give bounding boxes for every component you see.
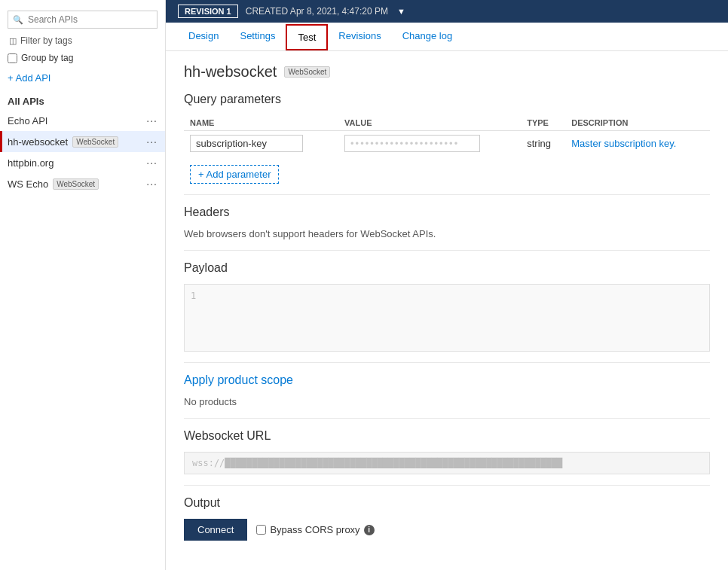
info-icon[interactable]: i — [364, 525, 375, 535]
api-badge: WebSocket — [284, 66, 330, 78]
echo-api-menu[interactable]: ··· — [146, 114, 158, 126]
revision-bar: REVISION 1 CREATED Apr 8, 2021, 4:47:20 … — [166, 0, 728, 23]
api-title: hh-websocket WebSocket — [184, 63, 710, 81]
tab-changelog[interactable]: Change log — [392, 23, 463, 50]
divider-2 — [184, 250, 710, 251]
payload-section: Payload 1 — [184, 261, 710, 352]
headers-note: Web browsers don't support headers for W… — [184, 228, 710, 239]
revision-created: CREATED Apr 8, 2021, 4:47:20 PM — [246, 6, 388, 17]
group-by-tag-label: Group by tag — [21, 53, 73, 63]
output-heading: Output — [184, 496, 710, 510]
httpbin-menu[interactable]: ··· — [146, 157, 158, 169]
divider-3 — [184, 362, 710, 363]
output-section: Output Connect Bypass CORS proxy i — [184, 496, 710, 541]
sidebar-item-httpbin[interactable]: httpbin.org ··· — [0, 152, 165, 173]
no-products-label: No products — [184, 396, 710, 407]
search-input[interactable] — [8, 11, 158, 29]
hh-websocket-name: hh-websocket WebSocket — [8, 136, 118, 148]
param-value-cell — [338, 131, 521, 157]
add-api-button[interactable]: + Add API — [8, 72, 158, 84]
param-name-input[interactable] — [190, 135, 303, 152]
revision-badge: REVISION 1 — [178, 5, 238, 18]
search-icon: 🔍 — [13, 15, 23, 25]
group-by-tag: Group by tag — [8, 53, 158, 63]
echo-api-name: Echo API — [8, 115, 47, 126]
all-apis-heading: All APIs — [8, 96, 158, 107]
payload-line-number: 1 — [191, 291, 196, 301]
headers-section: Headers Web browsers don't support heade… — [184, 206, 710, 239]
add-api-label: + Add API — [8, 72, 50, 84]
sidebar-item-hh-websocket[interactable]: hh-websocket WebSocket ··· — [0, 131, 165, 152]
ws-echo-name: WS Echo WebSocket — [8, 178, 99, 190]
websocket-url-section: Websocket URL wss://████████████████████… — [184, 429, 710, 474]
connect-button[interactable]: Connect — [184, 519, 247, 541]
main-panel: REVISION 1 CREATED Apr 8, 2021, 4:47:20 … — [166, 0, 728, 570]
param-value-input[interactable] — [344, 135, 480, 152]
ws-echo-badge: WebSocket — [53, 178, 99, 190]
col-value: VALUE — [338, 115, 521, 131]
tabs-bar: Design Settings Test Revisions Change lo… — [166, 23, 728, 51]
headers-heading: Headers — [184, 206, 710, 219]
websocket-url-value: wss://██████████████████████████████████… — [184, 452, 710, 474]
param-desc-cell: Master subscription key. — [565, 131, 710, 157]
param-name-cell — [184, 131, 338, 157]
revision-dropdown-icon[interactable]: ▼ — [397, 7, 405, 16]
table-row: string Master subscription key. — [184, 131, 710, 157]
payload-heading: Payload — [184, 261, 710, 275]
tab-test[interactable]: Test — [286, 24, 328, 50]
output-controls: Connect Bypass CORS proxy i — [184, 519, 710, 541]
hh-websocket-badge: WebSocket — [72, 136, 118, 148]
add-parameter-button[interactable]: + Add parameter — [190, 165, 279, 184]
query-params-table: NAME VALUE TYPE DESCRIPTION string Maste… — [184, 115, 710, 156]
tab-design[interactable]: Design — [178, 23, 229, 50]
add-param-label: + Add parameter — [198, 169, 271, 180]
bypass-cors-text: Bypass CORS proxy — [270, 524, 359, 535]
content-area: hh-websocket WebSocket Query parameters … — [166, 51, 728, 570]
sidebar: 🔍 ◫ Filter by tags Group by tag + Add AP… — [0, 0, 166, 570]
param-type-cell: string — [521, 131, 565, 157]
ws-echo-menu[interactable]: ··· — [146, 178, 158, 190]
query-params-heading: Query parameters — [184, 93, 710, 106]
col-type: TYPE — [521, 115, 565, 131]
bypass-cors-label: Bypass CORS proxy i — [256, 524, 374, 535]
hh-websocket-menu[interactable]: ··· — [146, 136, 158, 148]
sidebar-item-ws-echo[interactable]: WS Echo WebSocket ··· — [0, 173, 165, 194]
divider-1 — [184, 194, 710, 195]
search-container: 🔍 — [8, 11, 158, 29]
sidebar-item-echo-api[interactable]: Echo API ··· — [0, 110, 165, 131]
tab-revisions[interactable]: Revisions — [328, 23, 391, 50]
filter-label: Filter by tags — [20, 35, 72, 46]
websocket-url-heading: Websocket URL — [184, 429, 710, 443]
col-name: NAME — [184, 115, 338, 131]
api-name: hh-websocket — [184, 63, 277, 81]
payload-editor[interactable]: 1 — [184, 284, 710, 352]
product-scope-section: Apply product scope No products — [184, 373, 710, 407]
filter-icon: ◫ — [9, 36, 17, 46]
tab-settings[interactable]: Settings — [229, 23, 286, 50]
httpbin-name: httpbin.org — [8, 157, 54, 169]
divider-5 — [184, 485, 710, 486]
col-desc: DESCRIPTION — [565, 115, 710, 131]
bypass-cors-checkbox[interactable] — [256, 525, 266, 535]
connect-label: Connect — [197, 524, 234, 535]
product-scope-heading: Apply product scope — [184, 373, 710, 387]
filter-by-tags[interactable]: ◫ Filter by tags — [8, 33, 158, 48]
divider-4 — [184, 418, 710, 419]
group-by-tag-checkbox[interactable] — [8, 53, 17, 63]
